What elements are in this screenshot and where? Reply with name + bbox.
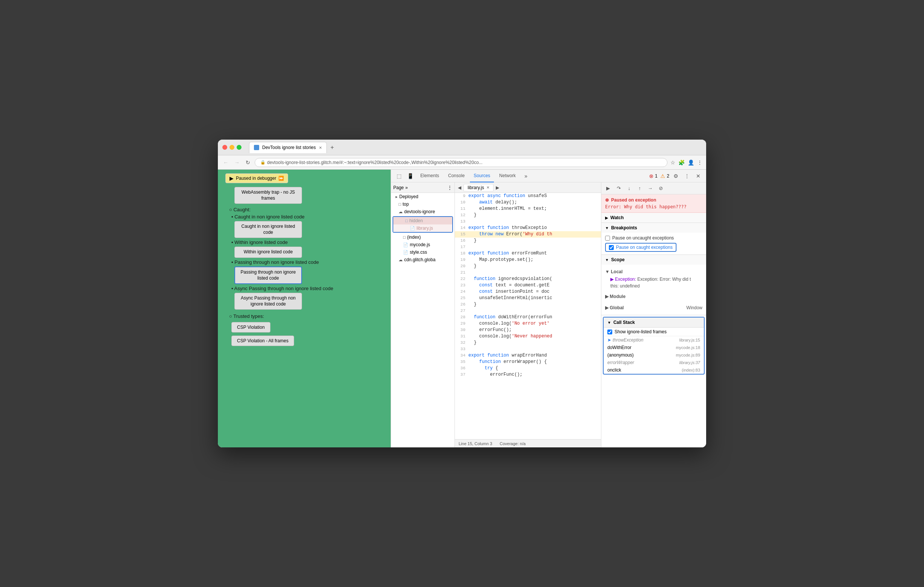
code-line-20: 20 } xyxy=(455,263,601,270)
bookmark-icon[interactable]: ☆ xyxy=(670,159,675,166)
scope-local-label[interactable]: ▼ Local xyxy=(605,269,702,275)
new-tab-button[interactable]: + xyxy=(328,144,336,151)
source-nav-left[interactable]: ◀ xyxy=(456,185,463,190)
source-tab-library[interactable]: library.js ✕ xyxy=(464,184,493,191)
settings-icon[interactable]: ⚙ xyxy=(671,171,681,181)
device-icon[interactable]: 📱 xyxy=(405,171,415,181)
show-ignored-checkbox[interactable] xyxy=(607,329,612,334)
callstack-header[interactable]: ▼ Call Stack xyxy=(604,317,704,328)
main-layout: ▶ Paused in debugger ⏩ WebAssembly trap … xyxy=(218,169,706,447)
cs-frame-anonymous[interactable]: (anonymous) mycode.js:89 xyxy=(604,351,704,359)
debugger-banner-text: Paused in debugger xyxy=(236,176,276,181)
code-line-11: 11 element.innerHTML = text; xyxy=(455,206,601,212)
pause-uncaught-row: Pause on uncaught exceptions xyxy=(601,234,706,242)
webassembly-btn[interactable]: WebAssembly trap - no JS frames xyxy=(234,187,302,204)
fast-forward-icon[interactable]: ⏩ xyxy=(278,176,284,181)
code-line-25: 25 unsafeSetInnerHtml(insertic xyxy=(455,295,601,301)
new-file-icon[interactable]: ⋮ xyxy=(447,185,452,190)
scope-header[interactable]: ▼ Scope xyxy=(601,255,706,265)
menu-icon[interactable]: ⋮ xyxy=(697,159,702,166)
inspect-icon[interactable]: ⬚ xyxy=(394,171,404,181)
cs-fn-dowitherror: doWithError xyxy=(607,345,631,350)
source-nav-right[interactable]: ▶ xyxy=(494,185,501,190)
cs-frame-errorwrapper[interactable]: errorWrapper library.js:37 xyxy=(604,359,704,366)
cs-frame-throwexception[interactable]: ➤throwException library.js:15 xyxy=(604,336,704,344)
traffic-lights xyxy=(222,145,241,150)
active-tab[interactable]: DevTools ignore list stories ✕ xyxy=(249,142,327,153)
breakpoints-body: Pause on uncaught exceptions Pause on ca… xyxy=(601,233,706,255)
extensions-icon[interactable]: 🧩 xyxy=(678,159,685,166)
tab-sources[interactable]: Sources xyxy=(470,169,494,183)
hidden-folder-icon: □ xyxy=(405,219,408,223)
code-line-12: 12 } xyxy=(455,212,601,219)
address-input[interactable]: 🔒 devtools-ignore-list-stories.glitch.me… xyxy=(255,158,667,167)
tab-console[interactable]: Console xyxy=(444,169,469,183)
play-icon: ▶ xyxy=(229,175,234,181)
file-tree-hidden[interactable]: □ hidden xyxy=(393,217,452,224)
source-panel: ◀ library.js ✕ ▶ 9 export async function… xyxy=(455,183,601,447)
resume-btn[interactable]: ▶ xyxy=(604,184,613,193)
maximize-button[interactable] xyxy=(237,145,241,150)
scope-global-label[interactable]: ▶ Global Window xyxy=(605,305,702,311)
step-into-btn[interactable]: ↓ xyxy=(625,184,634,193)
within-ignore-btn[interactable]: Within ignore listed code xyxy=(234,247,302,258)
passing-item: Passing through non ignore listed code xyxy=(231,259,383,265)
pause-caught-checkbox[interactable] xyxy=(609,245,614,250)
step-over-btn[interactable]: ↷ xyxy=(614,184,623,193)
pause-uncaught-checkbox[interactable] xyxy=(605,236,610,240)
caught-non-ignore-btn[interactable]: Caught in non ignore listed code xyxy=(234,221,302,238)
async-passing-btn[interactable]: Async Passing through non ignore listed … xyxy=(234,293,302,310)
close-button[interactable] xyxy=(222,145,227,150)
cs-frame-dowwitherror[interactable]: doWithError mycode.js:18 xyxy=(604,344,704,351)
passing-through-btn[interactable]: Passing through non ignore listed code xyxy=(234,266,302,284)
tab-elements[interactable]: Elements xyxy=(417,169,443,183)
forward-button[interactable]: → xyxy=(233,159,241,166)
tab-close-button[interactable]: ✕ xyxy=(319,146,322,150)
csp-violation-btn[interactable]: CSP Violation xyxy=(231,322,271,332)
code-area[interactable]: 9 export async function unsafeS 10 await… xyxy=(455,193,601,439)
file-tree-mycode[interactable]: 📄 mycode.js xyxy=(391,241,454,248)
trusted-label-list: Trusted types: xyxy=(225,313,383,319)
code-line-15: 15 throw new Error('Why did th xyxy=(455,231,601,238)
webassembly-section: WebAssembly trap - no JS frames xyxy=(225,187,383,204)
file-tree-devtools[interactable]: ☁ devtools-ignore xyxy=(391,208,454,215)
cs-frame-onclick[interactable]: onclick (index):83 xyxy=(604,366,704,374)
lock-icon: 🔒 xyxy=(260,160,266,165)
code-line-36: 36 try { xyxy=(455,365,601,372)
back-button[interactable]: ← xyxy=(222,159,230,166)
file-tree-stylecss[interactable]: 📄 style.css xyxy=(391,248,454,256)
file-tree-top[interactable]: □ top xyxy=(391,201,454,208)
scope-global: ▶ Global Window xyxy=(601,302,706,313)
scope-module-label[interactable]: ▶ Module xyxy=(605,294,702,299)
code-line-28: 28 function doWithError(errorFun xyxy=(455,314,601,321)
debug-panel: ▶ ↷ ↓ ↑ → ⊘ ⊗ Paused on exception Error: xyxy=(601,183,706,447)
file-tree-cdn[interactable]: ☁ cdn.glitch.globa xyxy=(391,256,454,263)
page-tab[interactable]: Page xyxy=(393,185,404,190)
profile-icon[interactable]: 👤 xyxy=(688,159,694,166)
code-line-32: 32 } xyxy=(455,340,601,346)
devtools-ignore-label: devtools-ignore xyxy=(404,209,435,214)
more-options-icon[interactable]: ⋮ xyxy=(682,171,692,181)
step-btn[interactable]: → xyxy=(646,184,655,193)
line-column-status: Line 15, Column 3 xyxy=(459,441,492,446)
cdn-label: cdn.glitch.globa xyxy=(404,257,436,262)
file-tree-libraryjs[interactable]: 📄 library.js xyxy=(393,224,452,232)
deactivate-btn[interactable]: ⊘ xyxy=(656,184,665,193)
more-sources-icon[interactable]: » xyxy=(405,185,408,190)
source-tab-close[interactable]: ✕ xyxy=(487,186,489,189)
csp-violation-all-btn[interactable]: CSP Violation - All frames xyxy=(231,335,294,346)
breakpoints-header[interactable]: ▼ Breakpoints xyxy=(601,223,706,233)
close-devtools-icon[interactable]: ✕ xyxy=(693,171,703,181)
error-count: ⊗ 1 ⚠ 2 xyxy=(649,173,669,179)
tab-network[interactable]: Network xyxy=(495,169,520,183)
code-line-24: 24 const insertionPoint = doc xyxy=(455,289,601,295)
minimize-button[interactable] xyxy=(229,145,234,150)
coverage-status: Coverage: n/a xyxy=(500,441,525,446)
browser-toolbar: ☆ 🧩 👤 ⋮ xyxy=(670,159,702,166)
file-tree-index[interactable]: □ (index) xyxy=(391,233,454,241)
watch-header[interactable]: ▶ Watch xyxy=(601,213,706,222)
refresh-button[interactable]: ↻ xyxy=(244,159,252,166)
more-tabs-button[interactable]: » xyxy=(521,171,531,181)
step-out-btn[interactable]: ↑ xyxy=(635,184,644,193)
exception-error-icon: ⊗ xyxy=(605,197,609,203)
